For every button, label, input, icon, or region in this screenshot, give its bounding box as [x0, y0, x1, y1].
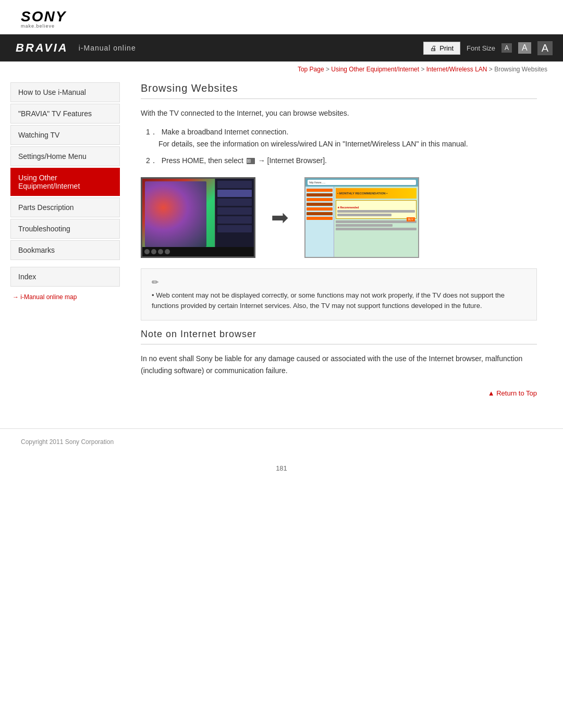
browser-orange-btn: BUY	[407, 217, 415, 221]
tv-menu-4	[217, 207, 252, 215]
step2-text: Press HOME, then select	[162, 156, 246, 165]
return-to-top-link[interactable]: ▲ Return to Top	[488, 389, 537, 397]
sidebar-item-watching-tv[interactable]: Watching TV	[10, 125, 120, 145]
nav-title: i-Manual online	[79, 44, 136, 52]
browser-line-5	[336, 228, 417, 230]
map-link-label: i-Manual online map	[20, 293, 77, 301]
font-size-small-button[interactable]: A	[501, 43, 512, 53]
browser-nav-4	[307, 203, 333, 206]
browser-nav-6	[307, 212, 333, 215]
print-button[interactable]: 🖨 Print	[423, 42, 460, 55]
breadcrumb-sep1: >	[326, 66, 331, 73]
browser-nav-5	[307, 207, 333, 211]
arrow-icon: ➡	[271, 205, 289, 229]
browser-top-bar: http://www......	[305, 178, 418, 187]
tv-menu-5	[217, 216, 252, 224]
browser-rec-title: ★ Recommended	[337, 206, 359, 209]
bravia-logo: BRAVIA	[16, 41, 68, 55]
content-area: Browsing Websites With the TV connected …	[125, 77, 553, 418]
tv-menu-6	[217, 225, 252, 232]
browser-banner-text: • MONTHLY RECOMMENDATION •	[337, 192, 387, 195]
steps-list: 1． Make a broadband Internet connection.…	[146, 126, 537, 166]
return-to-top: ▲ Return to Top	[141, 384, 537, 402]
breadcrumb-top-page[interactable]: Top Page	[298, 66, 324, 73]
sony-tagline: make.believe	[21, 24, 542, 29]
browser-nav-3	[307, 198, 333, 201]
note-text: • Web content may not be displayed corre…	[152, 290, 526, 312]
tv-menu-3	[217, 199, 252, 206]
step1-number: 1．	[146, 128, 157, 136]
sidebar: How to Use i-Manual "BRAVIA" TV Features…	[10, 77, 125, 418]
print-icon: 🖨	[430, 44, 437, 52]
sidebar-item-bravia-features[interactable]: "BRAVIA" TV Features	[10, 104, 120, 124]
sidebar-item-bookmarks[interactable]: Bookmarks	[10, 240, 120, 260]
sidebar-item-settings-home[interactable]: Settings/Home Menu	[10, 146, 120, 166]
font-size-large-button[interactable]: A	[537, 41, 553, 55]
breadcrumb-internet-lan[interactable]: Internet/Wireless LAN	[426, 66, 487, 73]
note-bullet: •	[152, 291, 154, 299]
map-link-arrow: →	[13, 293, 19, 301]
return-to-top-arrow: ▲	[488, 389, 495, 397]
tv-bottom-bar	[142, 247, 254, 256]
main-section-title: Browsing Websites	[141, 82, 537, 99]
tv-flower	[145, 181, 206, 248]
section2-text: In no event shall Sony be liable for any…	[141, 353, 537, 376]
step1-detail: For details, see the information on wire…	[158, 140, 468, 148]
sidebar-item-troubleshooting[interactable]: Troubleshooting	[10, 219, 120, 239]
browser-screen-image: http://www...... • M	[304, 177, 419, 258]
tv-dot-4	[165, 249, 170, 254]
browser-banner: • MONTHLY RECOMMENDATION •	[336, 188, 417, 199]
sidebar-map-link[interactable]: → i-Manual online map	[10, 288, 120, 306]
font-size-label: Font Size	[467, 44, 495, 52]
page-number-value: 181	[276, 464, 287, 472]
sidebar-item-how-to-use[interactable]: How to Use i-Manual	[10, 82, 120, 102]
sidebar-divider	[10, 262, 120, 267]
tv-screen-image	[141, 177, 255, 258]
browser-nav-7	[307, 217, 333, 220]
browser-url: http://www......	[308, 180, 416, 185]
browser-nav-2	[307, 193, 333, 196]
tv-menu-1	[217, 181, 252, 188]
tv-content	[142, 179, 254, 256]
tv-dot-2	[151, 249, 156, 254]
nav-bar-right: 🖨 Print Font Size A A A	[423, 41, 553, 55]
sidebar-item-using-other[interactable]: Using Other Equipment/Internet	[10, 168, 120, 196]
note-content: Web content may not be displayed correct…	[152, 291, 505, 310]
nav-bar: BRAVIA i-Manual online 🖨 Print Font Size…	[0, 34, 563, 61]
browser-line-3	[336, 220, 417, 223]
footer: Copyright 2011 Sony Corporation	[0, 428, 563, 454]
step-2: 2． Press HOME, then select → [Internet B…	[146, 155, 537, 166]
sidebar-item-parts-description[interactable]: Parts Description	[10, 198, 120, 217]
step-1: 1． Make a broadband Internet connection.…	[146, 126, 537, 150]
main-layout: How to Use i-Manual "BRAVIA" TV Features…	[0, 77, 563, 418]
browser-main-content: • MONTHLY RECOMMENDATION • ★ Recommended…	[334, 187, 418, 257]
intro-text: With the TV connected to the Internet, y…	[141, 107, 537, 119]
nav-bar-left: BRAVIA i-Manual online	[16, 41, 136, 55]
tv-menu-2	[217, 190, 252, 197]
step2-number: 2．	[146, 156, 157, 165]
sony-logo: SONY make.believe	[21, 9, 542, 29]
tv-main-image	[142, 179, 215, 256]
sidebar-index[interactable]: Index	[10, 267, 120, 287]
breadcrumb: Top Page > Using Other Equipment/Interne…	[0, 61, 563, 77]
sony-logo-text: SONY	[21, 9, 542, 24]
browser-line-1	[337, 210, 415, 213]
section2-title: Note on Internet browser	[141, 329, 537, 344]
print-label: Print	[439, 44, 454, 52]
home-menu-icon	[247, 158, 255, 164]
note-box: ✏ • Web content may not be displayed cor…	[141, 268, 537, 321]
copyright-text: Copyright 2011 Sony Corporation	[21, 438, 114, 446]
browser-nav-1	[307, 189, 333, 192]
browser-rec-box: ★ Recommended BUY	[336, 200, 417, 219]
step1-text: Make a broadband Internet connection.	[162, 128, 289, 136]
return-to-top-label: Return to Top	[496, 389, 537, 397]
browser-line-2	[337, 214, 391, 216]
tv-sidebar-panel	[215, 179, 254, 256]
breadcrumb-sep3: >	[489, 66, 494, 73]
page-number: 181	[0, 454, 563, 483]
browser-left-nav	[305, 187, 334, 257]
font-size-medium-button[interactable]: A	[518, 42, 531, 54]
step2-text2: → [Internet Browser].	[256, 156, 327, 165]
breadcrumb-using-equipment[interactable]: Using Other Equipment/Internet	[331, 66, 419, 73]
breadcrumb-sep2: >	[421, 66, 426, 73]
